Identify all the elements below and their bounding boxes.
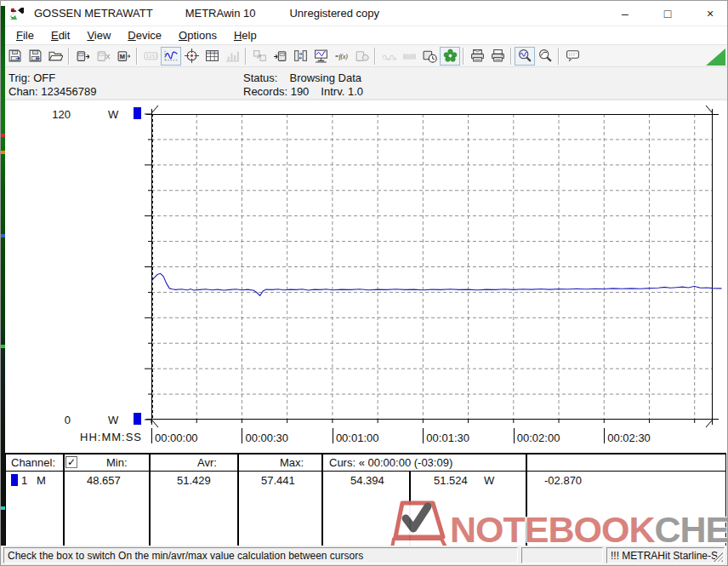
menu-item-file[interactable]: File: [8, 27, 43, 44]
device-in-icon: [273, 49, 287, 63]
save-file-button[interactable]: [4, 47, 25, 66]
x-axis-tick: [423, 428, 424, 443]
x-tick-label: 00:01:30: [426, 432, 469, 444]
columns-icon: [293, 49, 308, 63]
zoom-curve-button[interactable]: [535, 47, 555, 66]
zoom-curve-icon: [538, 49, 553, 63]
resize-grip[interactable]: [712, 551, 723, 562]
status-label: Status:: [243, 71, 277, 84]
avr-header: Avr:: [197, 456, 217, 469]
folder-icon: [48, 49, 63, 63]
live-monitor-button[interactable]: [310, 47, 331, 66]
channel-mode: M: [37, 474, 46, 487]
alarm-button[interactable]: [440, 47, 460, 66]
read-device-button[interactable]: [270, 47, 290, 66]
menu-item-device[interactable]: Device: [119, 27, 170, 44]
x-tick-label: 00:00:00: [155, 432, 198, 444]
zoom-wave-icon: [518, 49, 532, 63]
tooltip-help-button[interactable]: [562, 47, 583, 66]
save-channels-button[interactable]: [25, 47, 45, 66]
monitor-icon: [314, 49, 328, 63]
license-status: Unregistered copy: [289, 7, 379, 20]
grid-icon: [205, 49, 219, 63]
app-window: GOSSEN METRAWATT METRAwin 10 Unregistere…: [0, 0, 728, 566]
trig-value: OFF: [33, 71, 55, 84]
floppy2-icon: [28, 49, 43, 63]
bars-icon: [225, 49, 240, 63]
y-axis-unit-top: W: [108, 108, 118, 121]
cursor-header: Curs: « 00:00:00 (-03:09): [329, 456, 452, 469]
printer-doc-icon: [470, 49, 485, 63]
copy-view-button: [249, 47, 270, 66]
x-tick-label: 00:01:00: [336, 432, 379, 444]
product-title: METRAwin 10: [185, 7, 256, 20]
crosshair-icon: [185, 49, 199, 63]
channel-color-marker: [11, 474, 18, 486]
merge-channels-button[interactable]: [290, 47, 310, 66]
minavrmax-calc-checkbox[interactable]: ✓: [65, 456, 77, 468]
table-data-row[interactable]: 1 M 48.657 51.429 57.441 54.394 51.524 W…: [6, 472, 725, 546]
floppy-icon: [8, 49, 22, 63]
max-header: Max:: [280, 456, 304, 469]
wave-dense-icon: [402, 49, 417, 63]
formula-button[interactable]: [331, 47, 351, 66]
timer-button[interactable]: [419, 47, 440, 66]
channel-marker-bottom: [134, 413, 141, 425]
x-tick-label: 00:02:30: [607, 432, 651, 444]
avr-value: 51.429: [177, 474, 211, 487]
menu-item-options[interactable]: Options: [170, 27, 225, 44]
x-axis-unit-label: HH:MM:SS: [80, 431, 142, 443]
table-view-button[interactable]: [202, 47, 222, 66]
print-button[interactable]: [487, 47, 508, 66]
flower-icon: [443, 49, 458, 63]
export-to-device-button[interactable]: [72, 47, 93, 66]
x-axis-tick: [604, 428, 605, 443]
menu-item-view[interactable]: View: [78, 27, 119, 44]
chart-area[interactable]: 120 W 0 W HH:MM:SS 00:00:0000:00:3000:01…: [1, 100, 727, 453]
x-axis-tick: [514, 428, 515, 443]
open-file-button[interactable]: [45, 47, 65, 66]
toolbar-separator: [510, 48, 512, 65]
minimize-button[interactable]: –: [618, 8, 632, 20]
trig-label: Trig:: [9, 71, 31, 84]
delta-value: -02.870: [544, 474, 582, 487]
toolbar-separator: [558, 48, 560, 65]
acquisition-status-panel: Trig: OFF Chan: 123456789 Status:Browsin…: [1, 67, 727, 100]
device-settings-button: [351, 47, 372, 66]
y-axis-max-label: 120: [31, 108, 71, 121]
device-x-icon: [96, 49, 111, 63]
toolbar-separator: [463, 48, 464, 65]
toolbar-separator: [245, 48, 247, 65]
y-axis-min-label: 0: [31, 414, 71, 426]
device-memory-button[interactable]: [113, 47, 134, 66]
toolbar-separator: [136, 48, 138, 65]
chart-view-button[interactable]: [161, 47, 181, 66]
zoom-window-button[interactable]: [515, 47, 535, 66]
cursor1-value: 54.394: [350, 474, 384, 487]
device-out-icon: [76, 49, 90, 63]
close-button[interactable]: ×: [703, 8, 717, 20]
print-report-button[interactable]: [467, 47, 487, 66]
statusbar-message: Check the box to switch On the min/avr/m…: [3, 547, 518, 563]
device-status-text: !!! METRAHit Starline-S: [611, 550, 718, 562]
x-tick-label: 00:02:00: [517, 432, 560, 444]
x-tick-label: 00:00:30: [245, 432, 288, 444]
device-cfg-icon: [355, 49, 369, 63]
menu-item-edit[interactable]: Edit: [43, 27, 78, 44]
device-m-icon: [117, 49, 131, 63]
toolbar-separator: [374, 48, 376, 65]
app-title: GOSSEN METRAWATT: [34, 7, 153, 20]
printer-icon: [491, 49, 505, 63]
wave-small-icon: [382, 49, 396, 63]
chart-plot[interactable]: [151, 114, 715, 420]
title-bar: GOSSEN METRAWATT METRAwin 10 Unregistere…: [1, 1, 727, 26]
lcd-icon: [144, 49, 158, 63]
wave-icon: [164, 49, 179, 63]
measurement-table: Channel: ✓ Min: Avr: Max: Curs: « 00:00:…: [5, 453, 726, 546]
maximize-button[interactable]: □: [661, 8, 674, 20]
clock-icon: [423, 49, 437, 63]
cursor-crosshair-button[interactable]: [181, 47, 202, 66]
menu-item-help[interactable]: Help: [225, 27, 265, 44]
status-value: Browsing Data: [289, 71, 361, 84]
app-logo-icon: [9, 5, 26, 22]
